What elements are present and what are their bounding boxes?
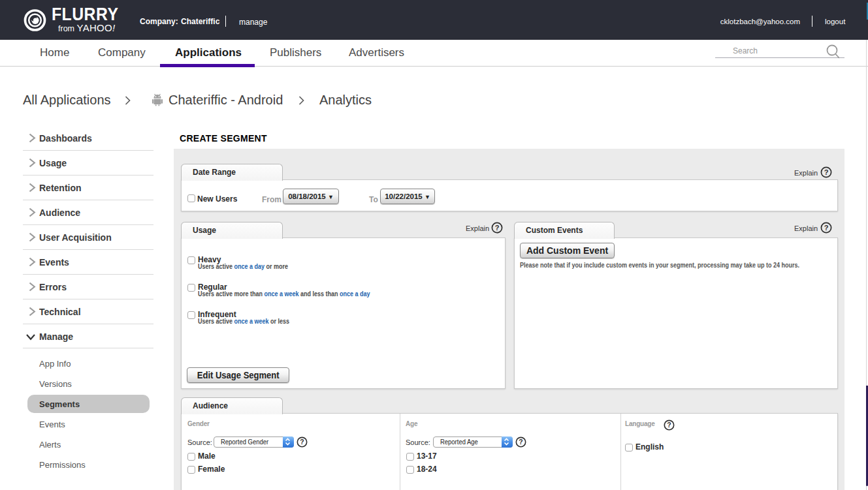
svg-text:?: ?	[519, 438, 522, 446]
svg-text:?: ?	[300, 438, 304, 446]
svg-text:?: ?	[824, 168, 829, 176]
svg-text:?: ?	[495, 224, 500, 232]
svg-text:?: ?	[824, 224, 829, 232]
svg-text:?: ?	[667, 421, 671, 429]
